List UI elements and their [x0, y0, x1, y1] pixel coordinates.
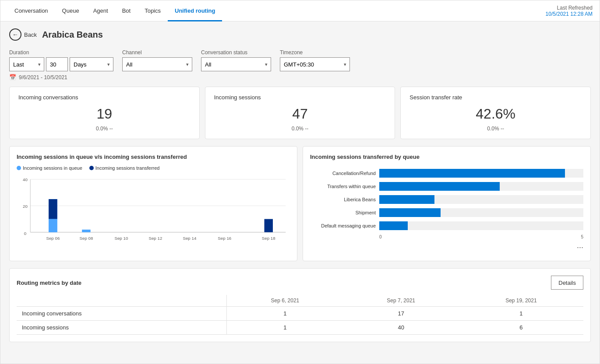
- hbar-fill: [379, 182, 500, 191]
- table-row: Incoming sessions 1 40 6: [17, 321, 583, 335]
- metric-sep7: 40: [343, 321, 459, 335]
- back-icon: ←: [9, 28, 21, 41]
- svg-text:Sep 18: Sep 18: [262, 236, 275, 241]
- duration-preset-select[interactable]: Last: [9, 57, 44, 71]
- hbar-row-shipment: Shipment: [310, 208, 583, 217]
- hbar-fill: [379, 221, 408, 230]
- bar-sep06-dark: [49, 199, 57, 219]
- hbar-fill: [379, 169, 565, 178]
- duration-controls: Last Days: [9, 57, 113, 71]
- duration-unit-wrapper: Days: [70, 57, 113, 71]
- metric-label: Incoming sessions: [17, 321, 227, 335]
- table-header-row-columns: Sep 6, 2021 Sep 7, 2021 Sep 19, 2021: [17, 295, 583, 307]
- tab-topics[interactable]: Topics: [138, 1, 168, 21]
- metric-sep6: 1: [227, 321, 343, 335]
- metric-sep7: 17: [343, 307, 459, 321]
- channel-filter: Channel All: [122, 49, 192, 71]
- bar-sep06-light: [49, 219, 57, 232]
- hbar-x-axis: 0 5: [379, 234, 583, 239]
- svg-text:20: 20: [23, 204, 28, 209]
- bar-sep07-light: [82, 230, 91, 232]
- hbar-row-liberica: Liberica Beans: [310, 195, 583, 204]
- table-row: Incoming conversations 1 17 1: [17, 307, 583, 321]
- hbar-track: [379, 182, 583, 191]
- hbar-track: [379, 221, 583, 230]
- back-button[interactable]: ← Back: [9, 28, 37, 41]
- metric-label: Incoming conversations: [17, 307, 227, 321]
- svg-text:Sep 16: Sep 16: [218, 236, 231, 241]
- metric-sep19: 1: [459, 307, 583, 321]
- col-header-sep6: Sep 6, 2021: [227, 295, 343, 307]
- top-nav: Conversation Queue Agent Bot Topics Unif…: [0, 0, 600, 21]
- hbar-row-transfers: Transfers within queue: [310, 182, 583, 191]
- hbar-fill: [379, 208, 441, 217]
- nav-tabs: Conversation Queue Agent Bot Topics Unif…: [7, 0, 222, 21]
- conversation-status-wrapper: All: [201, 57, 271, 71]
- chart-legend: Incoming sessions in queue Incoming sess…: [17, 165, 290, 171]
- last-refreshed: Last Refreshed 10/5/2021 12:28 AM: [546, 5, 593, 17]
- legend-transferred: Incoming sessions transferred: [89, 165, 160, 171]
- hbar-fill: [379, 195, 434, 204]
- svg-text:Sep 06: Sep 06: [46, 236, 60, 241]
- bar-sep18-dark: [265, 219, 273, 232]
- col-header-metric: [17, 295, 227, 307]
- metric-sep6: 1: [227, 307, 343, 321]
- timezone-select[interactable]: GMT+05:30: [280, 57, 350, 71]
- duration-filter: Duration Last Days: [9, 49, 113, 71]
- col-header-sep19: Sep 19, 2021: [459, 295, 583, 307]
- transferred-by-queue-card: Incoming sessions transferred by queue C…: [303, 146, 591, 261]
- stats-row: Incoming conversations 19 0.0% -- Incomi…: [9, 87, 591, 139]
- svg-text:Sep 14: Sep 14: [183, 236, 196, 241]
- tab-queue[interactable]: Queue: [55, 1, 86, 21]
- filters-row: Duration Last Days Chann: [9, 49, 591, 71]
- page-header: ← Back Arabica Beans: [9, 28, 591, 41]
- stat-card-incoming-sessions: Incoming sessions 47 0.0% --: [205, 87, 395, 139]
- routing-metrics-table: Sep 6, 2021 Sep 7, 2021 Sep 19, 2021 Inc…: [17, 295, 583, 335]
- tab-agent[interactable]: Agent: [86, 1, 115, 21]
- hbar-track: [379, 169, 583, 178]
- hbar-more-icon[interactable]: ...: [310, 241, 583, 250]
- duration-preset-wrapper: Last: [9, 57, 44, 71]
- tab-bot[interactable]: Bot: [115, 1, 138, 21]
- duration-value-input[interactable]: [46, 57, 68, 71]
- table-title: Routing metrics by date: [17, 280, 81, 286]
- svg-text:40: 40: [23, 177, 28, 182]
- col-header-sep7: Sep 7, 2021: [343, 295, 459, 307]
- app-container: Conversation Queue Agent Bot Topics Unif…: [0, 0, 600, 364]
- details-button[interactable]: Details: [551, 276, 583, 290]
- hbar-chart: Cancellation/Refund Transfers within que…: [310, 165, 583, 254]
- svg-text:Sep 10: Sep 10: [114, 236, 128, 241]
- tab-unified-routing[interactable]: Unified routing: [168, 1, 222, 21]
- hbar-track: [379, 208, 583, 217]
- main-content: ← Back Arabica Beans Duration Last: [0, 21, 600, 364]
- charts-row: Incoming sessions in queue v/s incoming …: [9, 146, 591, 261]
- bar-chart-svg: 40 20 0: [17, 174, 290, 251]
- conversation-status-select[interactable]: All: [201, 57, 271, 71]
- channel-select[interactable]: All: [122, 57, 192, 71]
- table-header-row: Routing metrics by date Details: [17, 276, 583, 290]
- conversation-status-filter: Conversation status All: [201, 49, 271, 71]
- legend-queue-dot: [17, 166, 21, 170]
- svg-text:Sep 08: Sep 08: [79, 236, 93, 241]
- svg-text:0: 0: [24, 231, 27, 236]
- routing-metrics-table-card: Routing metrics by date Details Sep 6, 2…: [9, 268, 591, 342]
- stat-card-session-transfer-rate: Session transfer rate 42.6% 0.0% --: [400, 87, 591, 139]
- tab-conversation[interactable]: Conversation: [7, 1, 55, 21]
- legend-queue: Incoming sessions in queue: [17, 165, 82, 171]
- duration-unit-select[interactable]: Days: [70, 57, 113, 71]
- hbar-row-default-messaging: Default messaging queue: [310, 221, 583, 230]
- hbar-row-cancellation: Cancellation/Refund: [310, 169, 583, 178]
- back-label: Back: [24, 32, 37, 38]
- timezone-wrapper: GMT+05:30: [280, 57, 350, 71]
- calendar-icon: 📅: [9, 74, 16, 80]
- page-title: Arabica Beans: [42, 30, 103, 40]
- date-range: 📅 9/6/2021 - 10/5/2021: [9, 74, 591, 80]
- svg-text:Sep 12: Sep 12: [148, 236, 162, 241]
- legend-transferred-dot: [89, 166, 94, 170]
- stat-card-incoming-conversations: Incoming conversations 19 0.0% --: [9, 87, 200, 139]
- timezone-filter: Timezone GMT+05:30: [280, 49, 350, 71]
- channel-select-wrapper: All: [122, 57, 192, 71]
- metric-sep19: 6: [459, 321, 583, 335]
- sessions-chart-card: Incoming sessions in queue v/s incoming …: [9, 146, 297, 261]
- hbar-track: [379, 195, 583, 204]
